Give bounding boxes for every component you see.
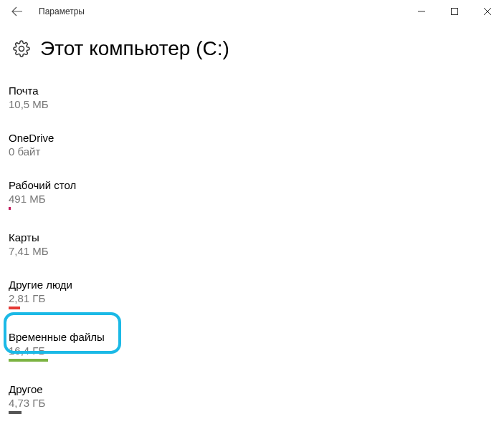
window-controls xyxy=(405,0,504,23)
window-title: Параметры xyxy=(39,6,405,16)
close-button[interactable] xyxy=(471,0,504,23)
category-name: Другое xyxy=(9,383,495,395)
storage-category-list: Почта10,5 МБOneDrive0 байтРабочий стол49… xyxy=(9,83,495,415)
category-size: 4,73 ГБ xyxy=(9,397,495,409)
category-size: 491 МБ xyxy=(9,193,495,205)
category-size: 10,5 МБ xyxy=(9,98,495,110)
minimize-button[interactable] xyxy=(405,0,438,23)
page-title: Этот компьютер (C:) xyxy=(40,37,229,60)
maximize-icon xyxy=(451,8,458,15)
storage-category-item[interactable]: Другое4,73 ГБ xyxy=(9,382,495,415)
category-name: Временные файлы xyxy=(9,331,495,343)
category-name: OneDrive xyxy=(9,132,495,144)
category-size: 2,81 ГБ xyxy=(9,292,495,304)
category-name: Почта xyxy=(9,85,495,97)
category-size: 0 байт xyxy=(9,145,495,158)
titlebar: Параметры xyxy=(0,0,504,23)
storage-category-item[interactable]: Карты7,41 МБ xyxy=(9,230,495,259)
arrow-left-icon xyxy=(11,6,23,17)
page-header: Этот компьютер (C:) xyxy=(9,37,495,60)
category-name: Карты xyxy=(9,231,495,243)
gear-icon xyxy=(13,40,30,57)
minimize-icon xyxy=(418,8,425,15)
storage-category-item[interactable]: OneDrive0 байт xyxy=(9,130,495,159)
storage-category-item[interactable]: Другие люди2,81 ГБ xyxy=(9,277,495,311)
storage-category-item[interactable]: Почта10,5 МБ xyxy=(9,83,495,112)
back-button[interactable] xyxy=(6,0,29,23)
category-name: Рабочий стол xyxy=(9,179,495,191)
content-area: Этот компьютер (C:) Почта10,5 МБOneDrive… xyxy=(0,23,504,424)
svg-rect-1 xyxy=(452,9,458,15)
storage-category-item[interactable]: Рабочий стол491 МБ xyxy=(9,178,495,211)
usage-bar xyxy=(9,411,22,414)
category-size: 7,41 МБ xyxy=(9,245,495,257)
storage-category-item[interactable]: Временные файлы16,4 ГБ xyxy=(9,329,495,363)
category-name: Другие люди xyxy=(9,279,495,291)
close-icon xyxy=(484,8,491,15)
usage-bar xyxy=(9,307,20,309)
maximize-button[interactable] xyxy=(438,0,471,23)
usage-bar xyxy=(9,207,11,210)
usage-bar xyxy=(9,359,48,362)
category-size: 16,4 ГБ xyxy=(9,344,495,357)
